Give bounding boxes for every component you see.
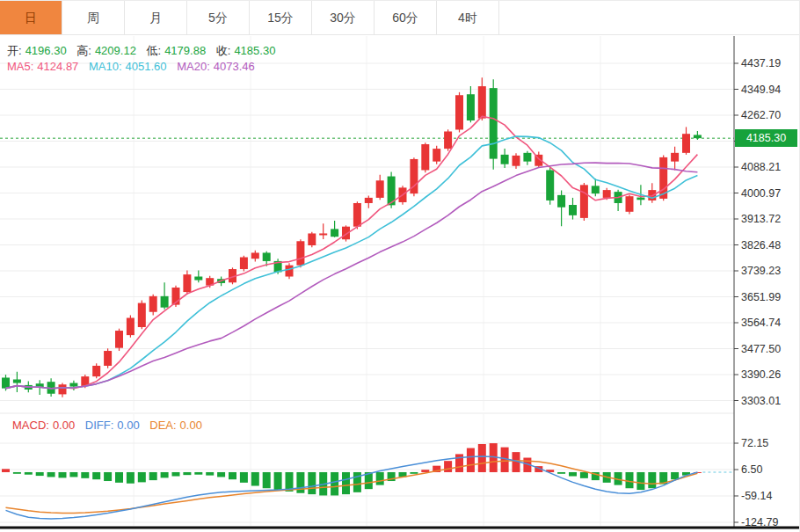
high-label: 高: [76,44,91,57]
price-axis-label: 4349.94 [741,83,781,97]
price-axis-label: 3913.72 [741,212,781,226]
tab-日[interactable]: 日 [0,1,62,34]
dea-label: DEA: [149,419,176,432]
tab-周[interactable]: 周 [62,1,125,34]
chart-svg[interactable] [0,1,800,532]
price-axis-label: 4088.21 [741,160,781,174]
diff-label: DIFF: [85,419,114,432]
ma10-label: MA10: [89,60,122,73]
macd-label: MACD: [12,419,49,432]
price-axis-label: 3390.26 [741,368,781,382]
macd-axis-label: -124.79 [741,515,778,529]
macd-legend: MACD:0.00 DIFF:0.00 DEA:0.00 [12,419,209,432]
price-axis-label: 3564.74 [741,316,781,330]
macd-value: 0.00 [53,419,75,432]
price-axis-label: 3651.99 [741,290,781,304]
price-axis-label: 4000.97 [741,186,781,200]
ma-legend: MA5:4124.87 MA10:4051.60 MA20:4073.46 [7,60,262,73]
price-axis-label: 3303.01 [741,394,781,408]
macd-axis-label: -59.14 [741,489,772,503]
ma20-value: 4073.46 [214,60,255,73]
ma20-label: MA20: [177,60,210,73]
close-label: 收: [216,44,231,57]
current-price-tag: 4185.30 [735,129,797,147]
price-axis-label: 3826.48 [741,238,781,252]
tab-15分[interactable]: 15分 [250,1,312,34]
dea-value: 0.00 [180,419,202,432]
ma5-value: 4124.87 [37,60,78,73]
price-axis-label: 3739.23 [741,264,781,278]
tab-30分[interactable]: 30分 [312,1,375,34]
trading-chart-app: 日周月5分15分30分60分4时 开:4196.30 高:4209.12 低:4… [0,0,800,532]
chart-canvas[interactable] [0,1,800,532]
low-label: 低: [147,44,162,57]
tab-60分[interactable]: 60分 [375,1,437,34]
timeframe-tab-bar: 日周月5分15分30分60分4时 [0,1,800,35]
close-value: 4185.30 [234,44,275,57]
macd-axis-label: 72.15 [741,436,768,450]
tab-月[interactable]: 月 [125,1,187,34]
ma5-label: MA5: [7,60,33,73]
diff-value: 0.00 [117,419,139,432]
open-value: 4196.30 [25,44,67,57]
ma10-value: 4051.60 [126,60,167,73]
low-value: 4179.88 [164,44,206,57]
price-axis-label: 4437.19 [741,56,781,70]
high-value: 4209.12 [95,44,136,57]
price-axis-label: 4262.70 [741,108,781,122]
open-label: 开: [7,44,22,57]
tab-4时[interactable]: 4时 [437,1,499,34]
ohlc-legend: 开:4196.30 高:4209.12 低:4179.88 收:4185.30 [7,43,282,59]
tab-5分[interactable]: 5分 [187,1,250,34]
macd-axis-label: 6.50 [741,463,762,477]
price-axis-label: 3477.50 [741,342,781,356]
